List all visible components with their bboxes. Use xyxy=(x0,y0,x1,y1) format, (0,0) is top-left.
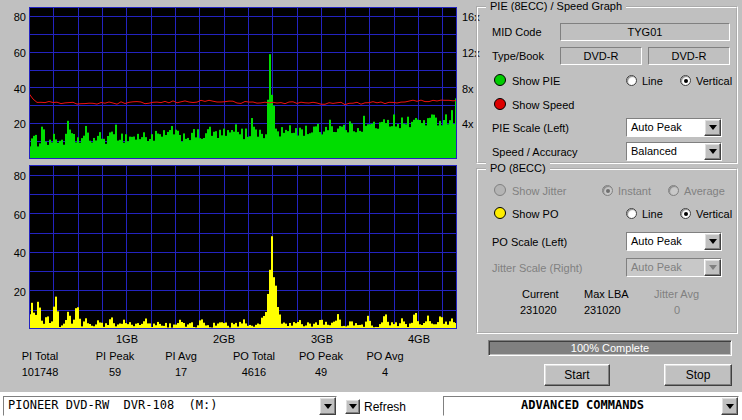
jitter-average-label: Average xyxy=(684,185,725,197)
current-label: Current xyxy=(522,288,559,300)
mid-code-value: TYG01 xyxy=(560,23,730,41)
mid-code-label: MID Code xyxy=(492,26,542,38)
chevron-down-icon xyxy=(726,404,734,409)
po-line-label[interactable]: Line xyxy=(642,208,663,220)
stat-label: PO Avg xyxy=(360,350,410,362)
stat-label: PI Peak xyxy=(84,350,146,362)
disc-type-value: DVD-R xyxy=(560,47,642,65)
po-vertical-label[interactable]: Vertical xyxy=(696,208,732,220)
pie-scale-value: Auto Peak xyxy=(627,119,704,136)
pie-scale-select[interactable]: Auto Peak xyxy=(626,118,722,137)
stat-pi-avg: PI Avg 17 xyxy=(152,350,210,378)
xtick-1gb: 1GB xyxy=(116,333,138,345)
xtick-3gb: 3GB xyxy=(311,333,333,345)
po-scale-label: PO Scale (Left) xyxy=(492,236,567,248)
pie-panel-title: PIE (8ECC) / Speed Graph xyxy=(486,0,626,12)
stat-value: 101748 xyxy=(4,366,76,378)
speed-accuracy-value: Balanced xyxy=(627,143,704,160)
speed-accuracy-dropdown-button[interactable] xyxy=(704,143,721,160)
po-ytick: 20 xyxy=(4,286,26,298)
current-value: 231020 xyxy=(520,304,557,316)
show-pie-label: Show PIE xyxy=(512,75,560,87)
show-po-label: Show PO xyxy=(512,208,558,220)
pie-vertical-radio[interactable] xyxy=(680,75,691,86)
po-scale-value: Auto Peak xyxy=(627,233,704,250)
show-speed-label: Show Speed xyxy=(512,99,574,111)
po-ytick: 40 xyxy=(4,247,26,259)
jitter-scale-label: Jitter Scale (Right) xyxy=(492,262,582,274)
stat-label: PI Avg xyxy=(152,350,210,362)
advanced-commands-select[interactable]: ADVANCED COMMANDS xyxy=(443,396,739,416)
pie-ytick: 40 xyxy=(4,83,26,95)
jitter-scale-select: Auto Peak xyxy=(626,258,722,277)
jitter-average-radio[interactable] xyxy=(668,185,679,196)
advanced-commands-value: ADVANCED COMMANDS xyxy=(444,397,721,415)
jitter-avg-label: Jitter Avg xyxy=(654,288,699,300)
po-ytick: 80 xyxy=(4,170,26,182)
show-jitter-led-icon[interactable] xyxy=(494,184,506,196)
jitter-avg-value: 0 xyxy=(674,304,680,316)
stop-button[interactable]: Stop xyxy=(664,364,732,386)
speed-accuracy-select[interactable]: Balanced xyxy=(626,142,722,161)
scan-progress-bar: 100% Complete xyxy=(488,340,732,356)
jitter-scale-dropdown-button xyxy=(704,259,721,276)
chevron-down-icon xyxy=(709,265,717,270)
pie-speed-panel: PIE (8ECC) / Speed Graph MID Code TYG01 … xyxy=(476,6,738,164)
stat-label: PI Total xyxy=(4,350,76,362)
po-scale-dropdown-button[interactable] xyxy=(704,233,721,250)
xtick-4gb: 4GB xyxy=(408,333,430,345)
stat-pi-peak: PI Peak 59 xyxy=(84,350,146,378)
pie-speed-graph xyxy=(29,7,457,159)
stat-value: 4 xyxy=(360,366,410,378)
chevron-down-icon xyxy=(709,239,717,244)
jitter-instant-label: Instant xyxy=(618,185,651,197)
pie-vertical-label[interactable]: Vertical xyxy=(696,75,732,87)
drive-select-value: PIONEER DVD-RW DVR-108 (M:) xyxy=(4,397,319,415)
pie-ytick: 20 xyxy=(4,118,26,130)
pie-ytick: 80 xyxy=(4,11,26,23)
pie-line-radio[interactable] xyxy=(626,75,637,86)
po-line-radio[interactable] xyxy=(626,208,637,219)
stat-value: 17 xyxy=(152,366,210,378)
pie-ytick: 60 xyxy=(4,47,26,59)
stat-po-peak: PO Peak 49 xyxy=(290,350,352,378)
refresh-button[interactable] xyxy=(345,399,360,414)
po-vertical-radio[interactable] xyxy=(680,208,691,219)
progress-text: 100% Complete xyxy=(489,341,731,355)
po-panel: PO (8ECC) Show Jitter Instant Average Sh… xyxy=(476,168,738,334)
xtick-2gb: 2GB xyxy=(213,333,235,345)
po-scale-select[interactable]: Auto Peak xyxy=(626,232,722,251)
stat-label: PO Peak xyxy=(290,350,352,362)
po-graph xyxy=(29,165,457,329)
stat-po-avg: PO Avg 4 xyxy=(360,350,410,378)
show-po-led-icon[interactable] xyxy=(494,207,506,219)
refresh-arrow-icon xyxy=(349,404,357,409)
pie-scale-dropdown-button[interactable] xyxy=(704,119,721,136)
start-button[interactable]: Start xyxy=(544,364,610,386)
stat-label: PO Total xyxy=(220,350,288,362)
speed-accuracy-label: Speed / Accuracy xyxy=(492,146,578,158)
po-ytick: 60 xyxy=(4,209,26,221)
stat-value: 49 xyxy=(290,366,352,378)
jitter-scale-value: Auto Peak xyxy=(627,259,704,276)
chevron-down-icon xyxy=(324,404,332,409)
disc-quality-scan-window: { "chart_data": [ { "id": "pie-graph", "… xyxy=(0,0,742,420)
stat-value: 59 xyxy=(84,366,146,378)
chevron-down-icon xyxy=(709,125,717,130)
drive-select[interactable]: PIONEER DVD-RW DVR-108 (M:) xyxy=(3,396,337,416)
max-lba-label: Max LBA xyxy=(584,288,629,300)
max-lba-value: 231020 xyxy=(584,304,621,316)
drive-dropdown-button[interactable] xyxy=(319,397,336,415)
show-pie-led-icon[interactable] xyxy=(494,74,506,86)
pie-line-label[interactable]: Line xyxy=(642,75,663,87)
pie-scale-label: PIE Scale (Left) xyxy=(492,122,569,134)
refresh-label[interactable]: Refresh xyxy=(364,400,406,414)
jitter-instant-radio[interactable] xyxy=(602,185,613,196)
chevron-down-icon xyxy=(709,149,717,154)
book-type-value: DVD-R xyxy=(648,47,730,65)
bottom-bar: PIONEER DVD-RW DVR-108 (M:) Refresh ADVA… xyxy=(0,392,742,420)
advanced-commands-dropdown-button[interactable] xyxy=(721,397,738,415)
show-speed-led-icon[interactable] xyxy=(494,98,506,110)
stat-po-total: PO Total 4616 xyxy=(220,350,288,378)
type-book-label: Type/Book xyxy=(492,50,544,62)
